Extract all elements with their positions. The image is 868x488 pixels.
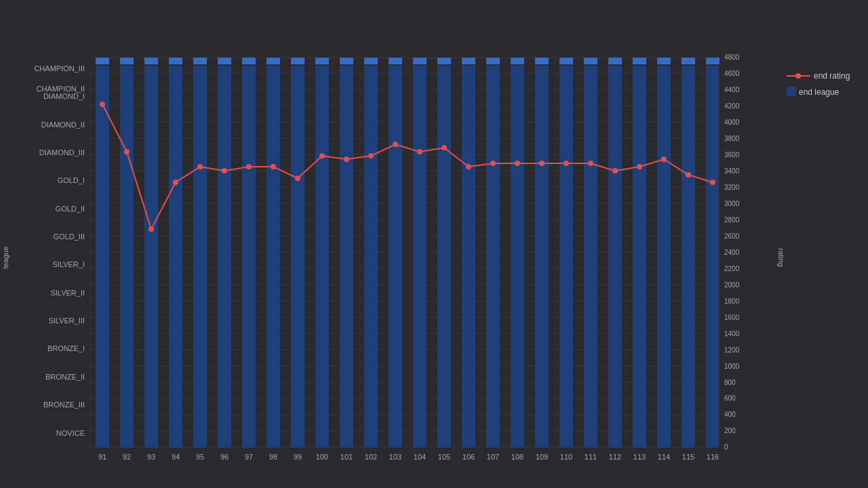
label-gold1: GOLD_I [58, 176, 85, 184]
svg-text:800: 800 [724, 379, 736, 386]
svg-text:114: 114 [658, 453, 670, 461]
svg-text:103: 103 [389, 453, 401, 461]
svg-point-40 [417, 149, 422, 155]
svg-text:110: 110 [560, 453, 572, 461]
svg-rect-61 [291, 58, 304, 64]
label-bronze1: BRONZE_I [47, 344, 85, 352]
svg-text:4000: 4000 [724, 119, 740, 126]
svg-point-31 [197, 164, 203, 169]
chart-svg: NOVICE BRONZE_III BRONZE_II BRONZE_I SIL… [0, 0, 868, 488]
svg-rect-76 [657, 58, 671, 64]
bar-106 [462, 66, 475, 447]
svg-point-51 [686, 172, 691, 178]
svg-text:1200: 1200 [724, 346, 740, 354]
legend-end-league: end league [799, 87, 840, 97]
svg-text:0: 0 [724, 443, 728, 451]
bar-97 [242, 66, 256, 447]
legend-end-rating: end rating [814, 71, 850, 81]
svg-text:102: 102 [365, 453, 377, 461]
svg-text:105: 105 [438, 453, 450, 461]
svg-point-29 [149, 226, 154, 232]
svg-text:2800: 2800 [724, 216, 740, 224]
svg-rect-70 [511, 58, 524, 64]
svg-rect-73 [584, 58, 597, 64]
svg-text:108: 108 [511, 453, 524, 461]
svg-point-45 [539, 161, 545, 166]
svg-text:1800: 1800 [724, 298, 740, 305]
bar-111 [584, 66, 597, 447]
svg-text:1400: 1400 [724, 330, 740, 338]
svg-text:4200: 4200 [724, 102, 740, 110]
svg-rect-77 [682, 58, 695, 64]
svg-point-39 [393, 142, 398, 147]
label-silver3: SILVER_III [48, 317, 85, 325]
svg-rect-59 [242, 58, 256, 64]
svg-point-41 [441, 145, 447, 150]
svg-rect-66 [413, 58, 427, 64]
bar-103 [389, 66, 402, 447]
bar-91 [96, 66, 109, 447]
bar-94 [169, 66, 182, 447]
svg-text:112: 112 [609, 453, 621, 461]
svg-text:109: 109 [536, 453, 548, 461]
label-novice: NOVICE [56, 429, 85, 437]
svg-text:4800: 4800 [724, 54, 740, 61]
svg-text:3800: 3800 [724, 135, 740, 142]
svg-point-46 [564, 161, 569, 166]
bar-99 [291, 66, 304, 447]
bar-114 [657, 66, 671, 447]
svg-point-131 [795, 73, 801, 79]
svg-text:95: 95 [196, 453, 204, 461]
svg-point-44 [515, 161, 520, 166]
svg-text:104: 104 [414, 453, 426, 461]
bar-105 [437, 66, 451, 447]
svg-rect-69 [486, 58, 500, 64]
label-bronze3: BRONZE_III [43, 401, 85, 409]
svg-point-49 [637, 164, 642, 169]
svg-rect-56 [169, 58, 182, 64]
svg-text:107: 107 [487, 453, 499, 461]
svg-text:98: 98 [269, 453, 277, 461]
label-silver1: SILVER_I [53, 260, 85, 268]
svg-text:2400: 2400 [724, 249, 740, 256]
bar-112 [608, 66, 622, 447]
bar-100 [315, 66, 329, 447]
svg-text:1600: 1600 [724, 314, 740, 321]
label-silver2: SILVER_II [50, 289, 85, 297]
label-gold2: GOLD_II [56, 205, 85, 213]
svg-text:101: 101 [340, 453, 353, 461]
svg-rect-60 [267, 58, 280, 64]
svg-rect-58 [218, 58, 231, 64]
svg-rect-72 [559, 58, 573, 64]
svg-rect-74 [608, 58, 622, 64]
svg-text:116: 116 [707, 453, 719, 461]
bar-96 [218, 66, 231, 447]
y-left-labels-top: CHAMPION_II [36, 85, 85, 93]
bar-98 [267, 66, 280, 447]
svg-rect-63 [340, 58, 353, 64]
svg-rect-68 [462, 58, 475, 64]
label-diamond1: DIAMOND_I [43, 92, 85, 100]
bar-93 [144, 66, 158, 447]
svg-point-47 [588, 161, 593, 166]
svg-point-36 [319, 153, 325, 159]
svg-point-43 [490, 161, 496, 166]
svg-text:3400: 3400 [724, 167, 740, 175]
svg-text:1000: 1000 [724, 363, 740, 370]
bar-116 [706, 66, 719, 447]
svg-rect-78 [706, 58, 719, 64]
bar-102 [364, 66, 378, 447]
svg-point-37 [344, 157, 349, 162]
svg-point-34 [271, 164, 276, 169]
bar-113 [633, 66, 646, 447]
svg-text:3600: 3600 [724, 151, 740, 159]
bar-107 [486, 66, 500, 447]
svg-rect-62 [315, 58, 329, 64]
svg-text:91: 91 [98, 453, 106, 461]
svg-text:400: 400 [724, 411, 736, 418]
svg-text:94: 94 [172, 453, 180, 461]
svg-point-35 [295, 176, 300, 181]
bar-109 [535, 66, 549, 447]
svg-text:4400: 4400 [724, 86, 740, 94]
bar-101 [340, 66, 353, 447]
